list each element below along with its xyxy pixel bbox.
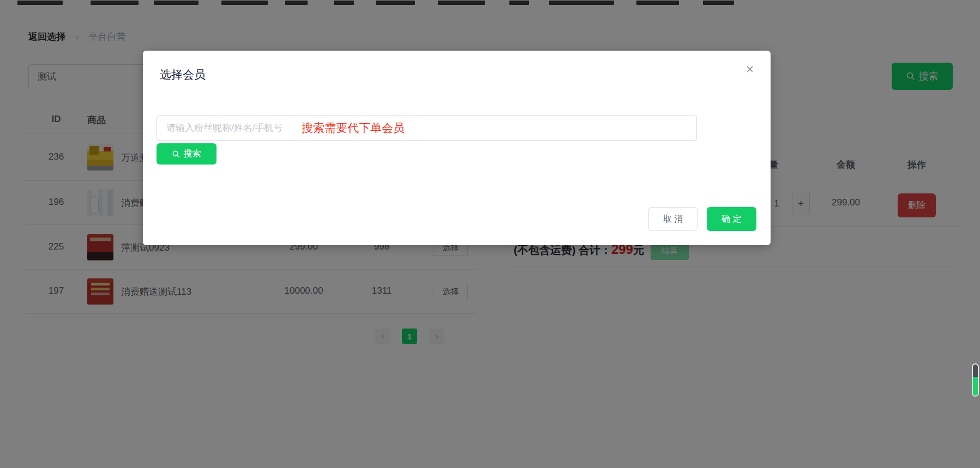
scrollbar-fill xyxy=(973,377,978,396)
scrollbar-thumb[interactable] xyxy=(972,363,979,397)
page: 返回选择 › 平台自营 测试 搜索 ID 商品 2 xyxy=(0,0,980,468)
close-icon[interactable]: × xyxy=(741,60,759,78)
member-input-placeholder: 请输入粉丝昵称/姓名/手机号 xyxy=(166,116,282,140)
cancel-button[interactable]: 取 消 xyxy=(648,207,698,231)
member-search-input[interactable]: 请输入粉丝昵称/姓名/手机号 xyxy=(157,116,697,141)
select-member-dialog: 选择会员 × 请输入粉丝昵称/姓名/手机号 搜索需要代下单会员 搜索 取 消 确… xyxy=(143,51,771,245)
confirm-button[interactable]: 确 定 xyxy=(707,207,756,231)
dialog-title: 选择会员 xyxy=(160,67,206,82)
search-icon xyxy=(172,150,180,158)
member-search-button[interactable]: 搜索 xyxy=(157,143,217,165)
member-search-label: 搜索 xyxy=(184,148,201,160)
annotation-text: 搜索需要代下单会员 xyxy=(302,116,405,141)
